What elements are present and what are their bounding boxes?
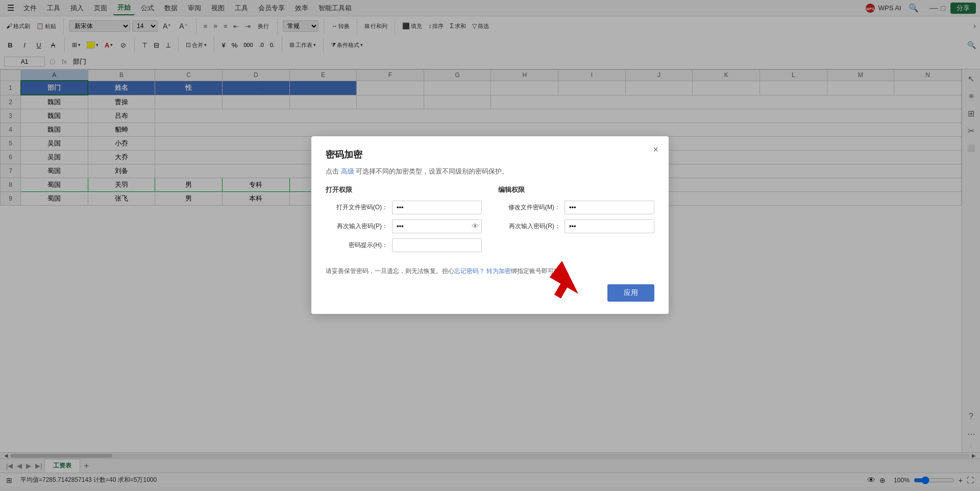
modal-form-columns: 打开权限 打开文件密码(O)： 再次输入密码(P)： 👁 密码提示(H)： xyxy=(326,185,654,257)
hint-wrap xyxy=(392,238,482,252)
edit-perm-title: 编辑权限 xyxy=(498,185,654,194)
edit-pwd2-label: 再次输入密码(R)： xyxy=(498,222,565,231)
open-pwd2-input[interactable] xyxy=(392,219,482,233)
edit-pwd-label: 修改文件密码(M)： xyxy=(498,203,565,212)
apply-btn[interactable]: 应用 xyxy=(607,284,654,302)
modal-desc-link[interactable]: 高级 xyxy=(341,167,354,175)
modal-note: 请妥善保管密码，一旦遗忘，则无法恢复。担心忘记密码？ 转为加密绑指定账号即可打开… xyxy=(326,266,654,276)
note-before: 请妥善保管密码，一旦遗忘，则无法恢复。担心 xyxy=(326,267,454,275)
open-pwd-wrap xyxy=(392,201,482,214)
eye-icon[interactable]: 👁 xyxy=(472,222,479,230)
edit-perm-col: 编辑权限 修改文件密码(M)： 再次输入密码(R)： xyxy=(498,185,654,257)
modal-title: 密码加密 xyxy=(326,149,654,161)
hint-row: 密码提示(H)： xyxy=(326,238,482,252)
edit-pwd2-row: 再次输入密码(R)： xyxy=(498,219,654,233)
modal-desc-before: 点击 xyxy=(326,167,341,175)
open-pwd-row: 打开文件密码(O)： xyxy=(326,201,482,214)
open-pwd-input[interactable] xyxy=(392,201,482,214)
edit-pwd-row: 修改文件密码(M)： xyxy=(498,201,654,214)
modal-desc: 点击 高级 可选择不同的加密类型，设置不同级别的密码保护。 xyxy=(326,167,654,176)
note-after: 绑指定账号即可打开。 xyxy=(511,267,572,275)
edit-pwd2-input[interactable] xyxy=(565,219,654,233)
hint-label: 密码提示(H)： xyxy=(326,241,392,250)
open-pwd-label: 打开文件密码(O)： xyxy=(326,203,392,212)
edit-pwd-wrap xyxy=(565,201,654,214)
edit-pwd2-wrap xyxy=(565,219,654,233)
modal-desc-after: 可选择不同的加密类型，设置不同级别的密码保护。 xyxy=(354,167,509,175)
modal-overlay[interactable]: × 密码加密 点击 高级 可选择不同的加密类型，设置不同级别的密码保护。 打开权… xyxy=(0,0,980,491)
open-pwd2-label: 再次输入密码(P)： xyxy=(326,222,392,231)
open-pwd2-wrap: 👁 xyxy=(392,219,482,233)
modal-close-btn[interactable]: × xyxy=(653,144,658,155)
note-link-forget[interactable]: 忘记密码？ xyxy=(454,267,485,275)
open-pwd2-row: 再次输入密码(P)： 👁 xyxy=(326,219,482,233)
open-perm-title: 打开权限 xyxy=(326,185,482,194)
modal-note-area: 请妥善保管密码，一旦遗忘，则无法恢复。担心忘记密码？ 转为加密绑指定账号即可打开… xyxy=(326,266,654,276)
hint-input[interactable] xyxy=(392,238,482,252)
open-perm-col: 打开权限 打开文件密码(O)： 再次输入密码(P)： 👁 密码提示(H)： xyxy=(326,185,482,257)
password-dialog: × 密码加密 点击 高级 可选择不同的加密类型，设置不同级别的密码保护。 打开权… xyxy=(311,136,669,314)
modal-footer: 应用 xyxy=(326,284,654,302)
note-link-encrypt[interactable]: 转为加密 xyxy=(486,267,511,275)
edit-pwd-input[interactable] xyxy=(565,201,654,214)
